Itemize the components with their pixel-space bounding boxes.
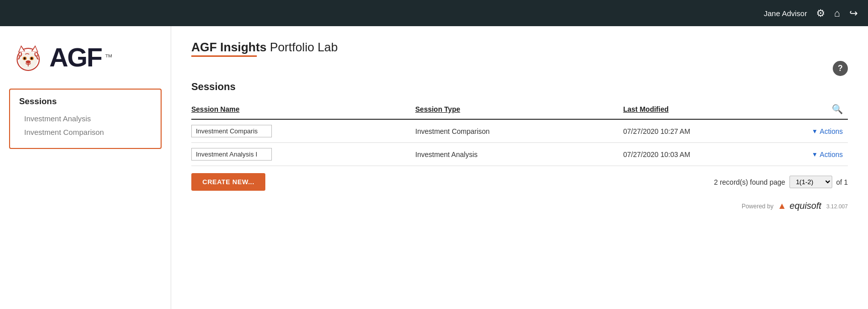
sidebar-item-investment-analysis[interactable]: Investment Analysis: [19, 112, 152, 125]
version-number: 3.12.007: [826, 203, 848, 209]
of-label: of 1: [836, 178, 848, 186]
page-select[interactable]: 1(1-2): [789, 176, 832, 188]
actions-label-1: Actions: [820, 127, 843, 135]
last-modified-cell-2: 07/27/2020 10:03 AM: [623, 143, 812, 166]
actions-button-1[interactable]: ▼ Actions: [812, 127, 843, 135]
table-footer: CREATE NEW... 2 record(s) found page 1(1…: [191, 166, 848, 196]
trademark-symbol: ™: [105, 53, 113, 62]
content-area: AGF Insights Portfolio Lab ? Sessions Se…: [171, 26, 868, 309]
dropdown-arrow-icon-2: ▼: [812, 151, 818, 158]
equisoft-brand-name: equisoft: [789, 201, 821, 211]
actions-cell-1: ▼ Actions: [812, 119, 848, 143]
logout-icon[interactable]: ↪: [849, 7, 858, 19]
table-row: Investment Comparis Investment Compariso…: [191, 119, 848, 143]
actions-button-2[interactable]: ▼ Actions: [812, 150, 843, 159]
pagination-info: 2 record(s) found page 1(1-2) of 1: [714, 176, 848, 188]
svg-point-8: [24, 57, 26, 60]
footer-powered: Powered by ▲ equisoft 3.12.007: [171, 196, 868, 216]
equisoft-triangle-icon: ▲: [777, 201, 786, 211]
svg-point-10: [26, 60, 31, 63]
search-icon[interactable]: 🔍: [832, 104, 843, 114]
session-type-cell-1: Investment Comparison: [415, 119, 623, 143]
agf-tiger-logo: [12, 41, 44, 73]
sidebar-sessions-box: Sessions Investment Analysis Investment …: [9, 89, 162, 149]
sessions-section: Sessions Session Name Session Type Last …: [171, 76, 868, 196]
top-bar: Jane Advisor ⚙ ⌂ ↪: [0, 0, 868, 26]
powered-by-text: Powered by: [742, 203, 773, 210]
last-modified-cell-1: 07/27/2020 10:27 AM: [623, 119, 812, 143]
main-layout: AGF ™ Sessions Investment Analysis Inves…: [0, 26, 868, 309]
col-header-search[interactable]: 🔍: [812, 100, 848, 119]
session-type-cell-2: Investment Analysis: [415, 143, 623, 166]
session-name-cell-2: Investment Analysis I: [191, 143, 415, 166]
session-name-cell-1: Investment Comparis: [191, 119, 415, 143]
gear-icon[interactable]: ⚙: [816, 7, 825, 19]
table-header-row: Session Name Session Type Last Modified …: [191, 100, 848, 119]
home-icon[interactable]: ⌂: [834, 8, 840, 19]
help-icon[interactable]: ?: [833, 61, 848, 76]
sessions-table: Session Name Session Type Last Modified …: [191, 100, 848, 166]
page-title-bold: AGF Insights: [191, 40, 266, 54]
actions-label-2: Actions: [820, 150, 843, 159]
sidebar-item-investment-comparison[interactable]: Investment Comparison: [19, 125, 152, 139]
sidebar: AGF ™ Sessions Investment Analysis Inves…: [0, 26, 171, 309]
page-title-light: Portfolio Lab: [266, 40, 337, 54]
col-header-session-name[interactable]: Session Name: [191, 100, 415, 119]
actions-cell-2: ▼ Actions: [812, 143, 848, 166]
col-header-session-type[interactable]: Session Type: [415, 100, 623, 119]
svg-point-9: [31, 57, 33, 60]
sidebar-logo: AGF ™: [0, 36, 171, 89]
sidebar-sessions-title: Sessions: [19, 97, 152, 107]
create-new-button[interactable]: CREATE NEW...: [191, 173, 265, 191]
table-row: Investment Analysis I Investment Analysi…: [191, 143, 848, 166]
agf-logo-text: AGF: [49, 44, 102, 70]
records-found-text: 2 record(s) found page: [714, 178, 785, 186]
content-header: AGF Insights Portfolio Lab: [171, 26, 868, 57]
page-title: AGF Insights Portfolio Lab: [191, 40, 848, 54]
sessions-heading: Sessions: [191, 81, 848, 93]
equisoft-logo: ▲ equisoft: [777, 201, 821, 211]
user-name: Jane Advisor: [764, 9, 807, 18]
dropdown-arrow-icon-1: ▼: [812, 128, 818, 135]
col-header-last-modified[interactable]: Last Modified: [623, 100, 812, 119]
help-icon-row: ?: [171, 57, 868, 76]
